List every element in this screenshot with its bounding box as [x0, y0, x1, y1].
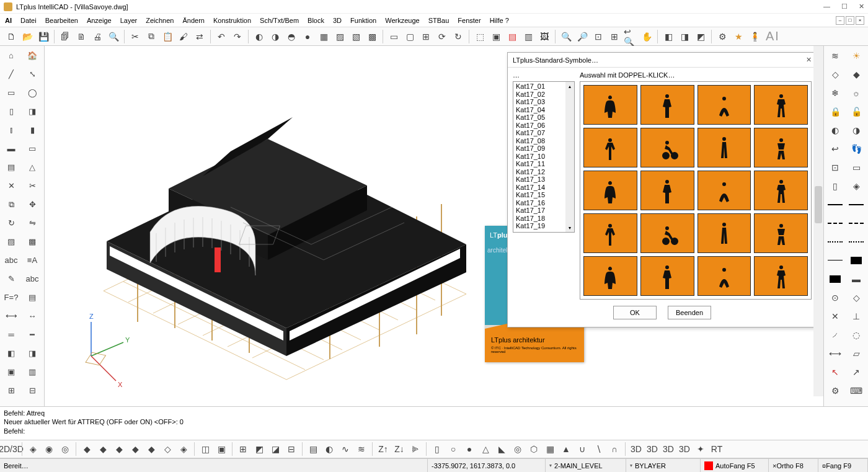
status-fang[interactable]: ¤ Fang F9	[818, 459, 868, 472]
view-top-icon[interactable]: ⊡	[825, 159, 845, 176]
canvas[interactable]: Z Y X LTplus architekteninitiative LTplu…	[45, 46, 823, 406]
lw-thin-icon[interactable]	[825, 252, 845, 269]
menu-schtxtbem[interactable]: Sch/Txt/Bem	[260, 17, 299, 24]
view-iso-icon[interactable]: ◈	[846, 177, 866, 194]
menu-anzeige[interactable]: Anzeige	[87, 17, 112, 24]
category-listbox[interactable]: Kat17_01Kat17_02Kat17_03Kat17_04Kat17_05…	[513, 81, 575, 233]
wall-icon[interactable]: ⌂	[1, 47, 21, 64]
3dlabel-3-icon[interactable]: 3D	[661, 442, 676, 456]
category-item[interactable]: Kat17_09	[514, 145, 574, 153]
star-icon[interactable]: ★	[731, 29, 746, 44]
symbol-cell[interactable]	[754, 171, 808, 210]
category-item[interactable]: Kat17_12	[514, 168, 574, 176]
3dsolid-torus-icon[interactable]: ◎	[510, 442, 525, 456]
symbol-cell[interactable]	[698, 85, 751, 125]
mtext-icon[interactable]: ≡A	[22, 252, 42, 269]
lt-center-icon[interactable]	[825, 233, 845, 250]
door-icon[interactable]: ◨	[22, 103, 42, 120]
mirror-icon[interactable]: ⇋	[22, 215, 42, 231]
layer-freeze-icon[interactable]: ❄	[825, 84, 845, 101]
symbol-cell[interactable]	[754, 256, 808, 296]
status-bylayer-dropdown[interactable]: BYLAYER	[626, 459, 701, 472]
menu-layer[interactable]: Layer	[120, 17, 138, 24]
z-up-icon[interactable]: Z↑	[376, 442, 391, 456]
union-icon[interactable]: ∪	[575, 442, 590, 456]
opening-icon[interactable]: ⫿	[1, 122, 21, 138]
status-autofang[interactable]: AutoFang F5	[701, 459, 769, 472]
3dsolid-cyl-icon[interactable]: ○	[446, 442, 461, 456]
shade-6-icon[interactable]: ◇	[160, 442, 175, 456]
layer-2-icon[interactable]: ▥	[521, 29, 536, 44]
loft-icon[interactable]: ≋	[354, 442, 369, 456]
linetype-icon[interactable]: ═	[1, 326, 21, 343]
category-item[interactable]: Kat17_03	[514, 98, 574, 106]
ungroup-icon[interactable]: ⊟	[22, 382, 42, 399]
paste-icon[interactable]: 📋	[160, 29, 175, 44]
tile-icon[interactable]: ⊞	[418, 29, 433, 44]
calc-icon[interactable]: ▤	[22, 289, 42, 306]
category-item[interactable]: Kat17_10	[514, 153, 574, 161]
3dsolid-wedge-icon[interactable]: ◣	[494, 442, 509, 456]
rect-icon[interactable]: ▭	[1, 84, 21, 101]
zoom-out-icon[interactable]: 🔎	[575, 29, 590, 44]
symbol-cell[interactable]	[640, 85, 694, 125]
subtract-icon[interactable]: ∖	[591, 442, 606, 456]
category-item[interactable]: Kat17_13	[514, 176, 574, 184]
match-props-icon[interactable]: ⇄	[192, 29, 207, 44]
3dlabel-2-icon[interactable]: 3D	[645, 442, 660, 456]
category-item[interactable]: Kat17_06	[514, 122, 574, 130]
category-item[interactable]: Kat17_16	[514, 199, 574, 207]
3dface-icon[interactable]: ▲	[559, 442, 574, 456]
symbol-cell[interactable]	[583, 128, 637, 167]
select-1-icon[interactable]: ⬚	[472, 29, 487, 44]
symbol-cell[interactable]	[754, 213, 808, 253]
keyboard-icon[interactable]: ⌨	[846, 382, 866, 399]
group-icon[interactable]: ⊞	[1, 382, 21, 399]
page-setup-icon[interactable]: 🗎	[74, 29, 89, 44]
shade-4-icon[interactable]: ◆	[128, 442, 143, 456]
formula-icon[interactable]: F=?	[1, 289, 21, 306]
stair-icon[interactable]: ▤	[1, 159, 21, 176]
spell-icon[interactable]: abc	[22, 270, 42, 287]
category-item[interactable]: Kat17_14	[514, 184, 574, 192]
layout-icon[interactable]: ▭	[386, 29, 401, 44]
zoom-window-icon[interactable]: ⊡	[591, 29, 606, 44]
lineweight-icon[interactable]: ━	[22, 326, 42, 343]
render-3-icon[interactable]: ◓	[284, 29, 299, 44]
revolve-icon[interactable]: ◐	[322, 442, 337, 456]
menu-datei[interactable]: Datei	[20, 17, 37, 24]
save-all-icon[interactable]: 🗐	[58, 29, 73, 44]
close-button[interactable]: ✕	[859, 2, 864, 11]
viewport-icon[interactable]: ▢	[402, 29, 417, 44]
symbol-cell[interactable]	[698, 171, 751, 210]
3d-view-3-icon[interactable]: ◩	[693, 29, 708, 44]
text-icon[interactable]: abc	[1, 252, 21, 269]
open-file-icon[interactable]: 📂	[20, 29, 35, 44]
sun-icon[interactable]: ▧	[348, 29, 363, 44]
paint-icon[interactable]: 🖌	[176, 29, 191, 44]
maximize-button[interactable]: ☐	[841, 2, 848, 11]
symbol-cell[interactable]	[640, 256, 694, 296]
view-cube-icon[interactable]: ◈	[25, 442, 40, 456]
lt-dot-icon[interactable]	[846, 233, 866, 250]
clip-icon[interactable]: ▣	[214, 442, 229, 456]
symbol-cell[interactable]	[698, 256, 751, 296]
menu-werkzeuge[interactable]: Werkzeuge	[385, 17, 419, 24]
shade-3-icon[interactable]: ◆	[112, 442, 126, 456]
3d-view-1-icon[interactable]: ◧	[661, 29, 676, 44]
3dlabel-4-icon[interactable]: 3D	[677, 442, 692, 456]
edit-text-icon[interactable]: ✎	[1, 270, 21, 287]
snap-end-icon[interactable]: ⊙	[825, 289, 845, 306]
cut-icon[interactable]: ✂	[128, 29, 143, 44]
sweep-icon[interactable]: ∿	[338, 442, 353, 456]
trim-icon[interactable]: ✂	[22, 177, 42, 194]
settings2-icon[interactable]: ⚙	[825, 382, 845, 399]
zoom-extents-icon[interactable]: ⊞	[607, 29, 622, 44]
menu-aendern[interactable]: Ändern	[182, 17, 204, 24]
palette-icon[interactable]: ◨	[22, 345, 42, 362]
sun-settings-icon[interactable]: ☀	[846, 47, 866, 64]
minimize-button[interactable]: —	[823, 2, 830, 11]
symbol-cell[interactable]	[640, 213, 694, 253]
lt-continuous-icon[interactable]	[825, 196, 845, 213]
copy-obj-icon[interactable]: ⧉	[1, 196, 21, 213]
